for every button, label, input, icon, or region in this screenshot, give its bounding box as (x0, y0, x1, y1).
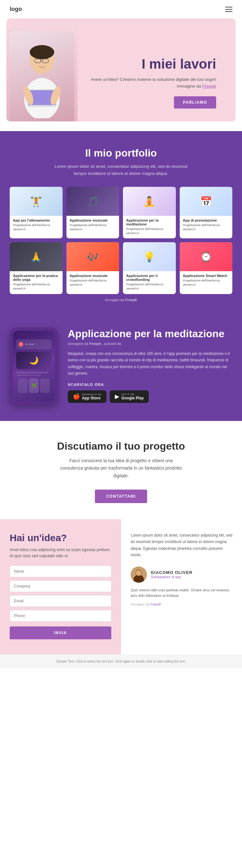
scarica-label: SCARICALO ORA (68, 383, 232, 386)
card-body: Applicazione Smart Watch Progettazione d… (180, 271, 233, 290)
submit-button[interactable]: INVIA (10, 626, 111, 639)
card-image: 🧘 (123, 187, 176, 216)
author-row: GIACOMO OLIVER Sviluppatore di app (131, 566, 232, 583)
card-image: 🎵 (66, 187, 119, 216)
card-image: 💡 (123, 242, 176, 271)
portfolio-card-meditation[interactable]: 🧘 Applicazione per la meditazione Proget… (123, 187, 176, 238)
portfolio-grid: 🏋️ App per l'allenamento Progettazione d… (10, 187, 232, 294)
app-from-link[interactable]: Freepik (89, 342, 101, 346)
img-credit: Immagine da Freepik (131, 602, 232, 606)
app-title: Applicazione per la meditazione (68, 328, 232, 340)
card-title: Applicazione per la pratica dello yoga (13, 274, 59, 281)
author-role: Sviluppatore di app (151, 575, 193, 579)
author-quote: Quis viverra nibh cras pulvinar mattis. … (131, 587, 232, 599)
portfolio-freepik-link[interactable]: Freepik (125, 298, 137, 302)
testimonial-section: Lorem ipsum dolor sit amet, consectetur … (121, 519, 242, 654)
form-subtitle: Amet tellus cras adipiscing enim eu turp… (10, 547, 111, 559)
avatar (131, 566, 147, 583)
contact-title: Discutiamo il tuo progetto (13, 440, 229, 452)
card-body: Applicazione per la pratica dello yoga P… (10, 271, 62, 294)
footer-text: Sample Text. Click to select the text bo… (56, 660, 186, 663)
card-image: ⌚ (180, 242, 233, 271)
name-field[interactable] (10, 565, 111, 577)
hero-content: I miei lavori Avere un'idea? Creiamo ins… (77, 44, 223, 121)
card-category: Progettazione dell'interfaccia utente/UX (183, 223, 230, 231)
hero-image (6, 25, 77, 121)
hero-title: I miei lavori (87, 57, 216, 71)
hero-section: I miei lavori Avere un'idea? Creiamo ins… (6, 18, 236, 121)
card-body: App di prenotazione Progettazione dell'i… (180, 216, 233, 235)
portfolio-card-music1[interactable]: 🎵 Applicazione musicale Progettazione de… (66, 187, 119, 238)
google-play-icon: ▶ (115, 393, 119, 400)
card-category: Progettazione dell'interfaccia utente/UX (70, 223, 116, 231)
phone-field[interactable] (10, 610, 111, 622)
company-field[interactable] (10, 580, 111, 592)
hero-freepik-link[interactable]: Freepik (202, 84, 216, 89)
portfolio-subtitle: Lorem ipsum dolor sit amet, consectetur … (53, 163, 189, 177)
google-play-big: Google Play (121, 396, 143, 400)
hamburger-button[interactable] (225, 7, 232, 12)
form-section: Hai un'idea? Amet tellus cras adipiscing… (0, 519, 121, 654)
footer: Sample Text. Click to select the text bo… (0, 654, 242, 668)
app-from: Immagine da Freepik , pulsanti da (68, 342, 232, 346)
card-body: Applicazione musicale Progettazione dell… (66, 271, 119, 290)
logo[interactable]: logo (10, 6, 22, 12)
card-title: App per l'allenamento (13, 218, 59, 222)
app-description: Nespand, creata con una conoscenza di ol… (68, 350, 232, 377)
card-title: Applicazione musicale (70, 218, 116, 222)
card-title: Applicazione per il crowdfunding (126, 274, 172, 281)
card-category: Progettazione dell'interfaccia utente/UX (70, 279, 116, 287)
svg-point-13 (136, 570, 142, 576)
contact-section: Discutiamo il tuo progetto Facci conosce… (0, 421, 242, 519)
portfolio-card-music2[interactable]: 🎶 Applicazione musicale Progettazione de… (66, 242, 119, 294)
portfolio-card-crowdfund[interactable]: 💡 Applicazione per il crowdfunding Proge… (123, 242, 176, 294)
app-info: Applicazione per la meditazione Immagine… (68, 328, 232, 403)
testimonial-text: Lorem ipsum dolor sit amet, consectetur … (131, 532, 232, 558)
svg-point-2 (30, 45, 54, 59)
portfolio-title: Il mio portfolio (10, 147, 232, 159)
contattami-button[interactable]: CONTATTAMI (95, 490, 147, 503)
apple-icon: 🍎 (73, 393, 80, 400)
freepik-note: Immagini da Freepik (10, 298, 232, 302)
card-title: Applicazione musicale (70, 274, 116, 278)
card-body: Applicazione per il crowdfunding Progett… (123, 271, 176, 294)
card-image: 📅 (180, 187, 233, 216)
img-freepik-link[interactable]: Freepik (150, 602, 161, 606)
bottom-section: Hai un'idea? Amet tellus cras adipiscing… (0, 519, 242, 654)
card-title: App di prenotazione (183, 218, 230, 222)
card-image: 🙏 (10, 242, 62, 271)
card-body: Applicazione per la meditazione Progetta… (123, 216, 176, 238)
card-body: App per l'allenamento Progettazione dell… (10, 216, 62, 235)
form-title: Hai un'idea? (10, 532, 111, 544)
email-field[interactable] (10, 595, 111, 607)
card-category: Progettazione dell'interfaccia utente/UX (13, 223, 59, 231)
card-image: 🎶 (66, 242, 119, 271)
store-buttons: 🍎 Download on the App Store ▶ GET IT ON … (68, 390, 232, 403)
parliamo-button[interactable]: PARLIAMO (174, 96, 216, 108)
portfolio-card-fitness[interactable]: 🏋️ App per l'allenamento Progettazione d… (10, 187, 62, 238)
hero-subtitle: Avere un'idea? Creiamo insieme la soluzi… (87, 76, 216, 90)
card-category: Progettazione dell'interfaccia utente/UX (126, 227, 172, 235)
card-category: Progettazione dell'interfaccia utente/UX (183, 279, 230, 287)
card-category: Progettazione dell'interfaccia utente/UX (13, 282, 59, 290)
app-store-big: App Store (82, 396, 100, 400)
navbar: logo (0, 0, 242, 18)
google-play-button[interactable]: ▶ GET IT ON Google Play (110, 390, 149, 403)
portfolio-section: Il mio portfolio Lorem ipsum dolor sit a… (0, 131, 242, 315)
app-mockup: Hi, Eve! 🌙 🌿 (10, 328, 58, 405)
contact-subtitle: Facci conoscere la tua idea di progetto … (60, 457, 182, 480)
portfolio-card-booking[interactable]: 📅 App di prenotazione Progettazione dell… (180, 187, 233, 238)
portfolio-card-yoga[interactable]: 🙏 Applicazione per la pratica dello yoga… (10, 242, 62, 294)
app-store-button[interactable]: 🍎 Download on the App Store (68, 390, 106, 403)
card-title: Applicazione Smart Watch (183, 274, 230, 278)
card-category: Progettazione dell'interfaccia utente/UX (126, 282, 172, 290)
portfolio-card-smartwatch[interactable]: ⌚ Applicazione Smart Watch Progettazione… (180, 242, 233, 294)
card-body: Applicazione musicale Progettazione dell… (66, 216, 119, 235)
card-image: 🏋️ (10, 187, 62, 216)
app-detail-section: Hi, Eve! 🌙 🌿 Applicazione per la meditaz… (0, 315, 242, 421)
author-name: GIACOMO OLIVER (151, 570, 193, 575)
card-title: Applicazione per la meditazione (126, 218, 172, 226)
google-play-small: GET IT ON (121, 393, 134, 396)
app-store-small: Download on the (82, 393, 101, 396)
